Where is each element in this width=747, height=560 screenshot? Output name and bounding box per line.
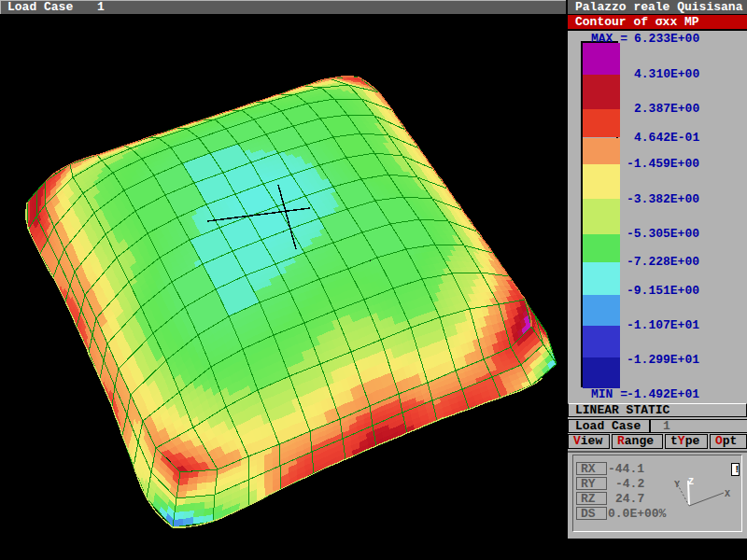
svg-text:Y: Y [674,480,680,490]
svg-text:Z: Z [688,477,694,487]
svg-text:X: X [725,489,730,499]
